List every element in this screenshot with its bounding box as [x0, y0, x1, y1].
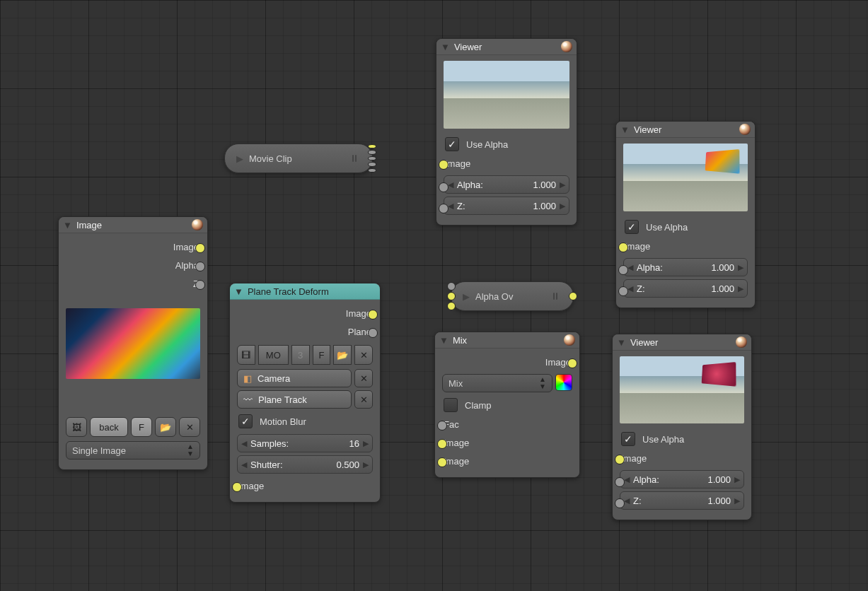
node-plane-track-deform[interactable]: ▼ Plane Track Deform Image Plane 🎞 MO 3 … — [229, 283, 381, 503]
chevron-right-icon[interactable]: ▶ — [559, 201, 566, 211]
socket-in-alpha[interactable] — [618, 265, 628, 275]
socket-out-3[interactable] — [368, 156, 376, 160]
node-header[interactable]: ▼ Viewer — [436, 39, 577, 55]
unlink-clip-button[interactable]: ✕ — [354, 345, 373, 365]
socket-in-alpha[interactable] — [615, 477, 625, 487]
clip-name-field[interactable]: MO — [258, 345, 289, 365]
z-field[interactable]: ◀ Z: 1.000 ▶ — [620, 491, 744, 510]
shutter-field[interactable]: ◀ Shutter: 0.500 ▶ — [237, 455, 373, 474]
open-clip-button[interactable]: 📂 — [333, 345, 352, 365]
socket-in-image[interactable] — [439, 160, 449, 170]
node-header[interactable]: ▼ Plane Track Deform — [230, 283, 380, 300]
browse-image-button[interactable]: 🖼 — [66, 417, 87, 437]
socket-in-alpha[interactable] — [439, 182, 449, 192]
socket-in-image[interactable] — [615, 455, 625, 464]
alpha-field[interactable]: ◀ Alpha: 1.000 ▶ — [444, 175, 569, 194]
unlink-image-button[interactable]: ✕ — [179, 417, 200, 437]
socket-out-image[interactable] — [567, 358, 577, 368]
preview-sphere-icon[interactable] — [561, 41, 572, 52]
image-source-select[interactable]: Single Image ▲▼ — [66, 441, 200, 460]
blend-mode-select[interactable]: Mix ▲▼ — [442, 374, 552, 392]
socket-in-image[interactable] — [232, 482, 242, 492]
socket-in-image2[interactable] — [447, 302, 456, 310]
node-header[interactable]: ▼ Viewer — [616, 122, 755, 138]
node-movie-clip[interactable]: ▶ Movie Clip — [224, 144, 373, 173]
chevron-right-icon[interactable]: ▶ — [737, 263, 744, 272]
in-image-label: Image — [445, 158, 470, 169]
use-alpha-checkbox[interactable] — [445, 137, 459, 151]
collapse-icon[interactable]: ▼ — [234, 286, 243, 297]
chevron-right-icon[interactable]: ▶ — [362, 460, 369, 469]
chevron-right-icon[interactable]: ▶ — [734, 496, 741, 505]
use-alpha-checkbox[interactable] — [625, 220, 639, 234]
image-name-field[interactable]: back — [90, 417, 128, 437]
socket-out-image[interactable] — [368, 310, 378, 320]
alpha-field[interactable]: ◀ Alpha: 1.000 ▶ — [620, 470, 744, 488]
expand-icon[interactable]: ▶ — [463, 291, 470, 302]
node-header[interactable]: ▼ Image — [59, 217, 207, 233]
collapse-icon[interactable]: ▼ — [620, 124, 630, 135]
socket-out-2[interactable] — [368, 150, 376, 154]
browse-clip-button[interactable]: 🎞 — [237, 345, 255, 365]
socket-out-plane[interactable] — [368, 328, 378, 338]
socket-in-z[interactable] — [439, 204, 449, 213]
chevron-right-icon[interactable]: ▶ — [737, 284, 744, 293]
clear-object-button[interactable]: ✕ — [354, 369, 373, 387]
node-title: Viewer — [630, 337, 736, 348]
socket-in-image1[interactable] — [437, 439, 447, 449]
collapse-icon[interactable]: ▼ — [439, 335, 449, 346]
collapse-icon[interactable]: ▼ — [617, 337, 626, 348]
node-viewer-3[interactable]: ▼ Viewer Use Alpha Image ◀ Alpha: 1.000 … — [612, 334, 752, 520]
track-select[interactable]: 〰 Plane Track — [237, 390, 352, 409]
preview-sphere-icon[interactable] — [192, 219, 203, 230]
preview-sphere-icon[interactable] — [739, 124, 751, 135]
expand-icon[interactable]: ▶ — [236, 153, 243, 164]
node-image[interactable]: ▼ Image Image Alpha Z 🖼 back F 📂 ✕ Singl… — [58, 216, 208, 470]
socket-out-4[interactable] — [368, 162, 376, 166]
fake-user-button[interactable]: F — [131, 417, 152, 437]
socket-out-5[interactable] — [368, 168, 376, 172]
node-mix[interactable]: ▼ Mix Image Mix ▲▼ Clamp Fac Image Image — [434, 332, 580, 478]
preview-sphere-icon[interactable] — [736, 337, 747, 348]
collapse-icon[interactable]: ▼ — [63, 220, 72, 230]
chevron-left-icon[interactable]: ◀ — [241, 439, 248, 448]
node-header[interactable]: ▼ Mix — [435, 332, 579, 349]
use-alpha-label: Use Alpha — [466, 139, 508, 150]
node-header[interactable]: ▼ Viewer — [613, 334, 751, 351]
object-select[interactable]: ◧ Camera — [237, 369, 352, 387]
socket-out-z[interactable] — [195, 280, 205, 290]
socket-in-image2[interactable] — [437, 457, 447, 467]
z-field[interactable]: ◀ Z: 1.000 ▶ — [623, 279, 748, 298]
socket-in-fac[interactable] — [437, 421, 447, 431]
socket-in-image1[interactable] — [447, 292, 456, 300]
motion-blur-checkbox[interactable] — [238, 414, 253, 428]
chevron-right-icon[interactable]: ▶ — [362, 439, 369, 448]
viewer-preview — [620, 356, 744, 423]
socket-in-z[interactable] — [618, 286, 628, 296]
socket-out-1[interactable] — [368, 144, 376, 148]
clip-users-button[interactable]: 3 — [291, 345, 310, 365]
collapse-icon[interactable]: ▼ — [441, 42, 450, 52]
chevron-right-icon[interactable]: ▶ — [559, 180, 566, 189]
node-viewer-2[interactable]: ▼ Viewer Use Alpha Image ◀ Alpha: 1.000 … — [615, 121, 756, 308]
node-alpha-over[interactable]: ▶ Alpha Ov — [451, 281, 574, 311]
socket-out-image[interactable] — [195, 243, 205, 253]
node-viewer-1[interactable]: ▼ Viewer Use Alpha Image ◀ Alpha: 1.000 … — [436, 38, 577, 226]
socket-out-image[interactable] — [569, 292, 577, 300]
clear-track-button[interactable]: ✕ — [354, 390, 373, 409]
z-field[interactable]: ◀ Z: 1.000 ▶ — [444, 197, 569, 215]
socket-in-fac[interactable] — [447, 282, 456, 291]
samples-field[interactable]: ◀ Samples: 16 ▶ — [237, 434, 373, 452]
preview-sphere-icon[interactable] — [564, 334, 575, 346]
alpha-field[interactable]: ◀ Alpha: 1.000 ▶ — [623, 258, 748, 276]
socket-in-z[interactable] — [615, 498, 625, 508]
color-swatch-button[interactable] — [555, 374, 572, 391]
chevron-left-icon[interactable]: ◀ — [241, 460, 248, 469]
use-alpha-checkbox[interactable] — [621, 432, 635, 446]
socket-out-alpha[interactable] — [195, 262, 205, 271]
fake-user-button[interactable]: F — [313, 345, 331, 365]
open-image-button[interactable]: 📂 — [155, 417, 176, 437]
clamp-checkbox[interactable] — [444, 398, 458, 412]
socket-in-image[interactable] — [618, 242, 628, 252]
chevron-right-icon[interactable]: ▶ — [734, 475, 741, 484]
